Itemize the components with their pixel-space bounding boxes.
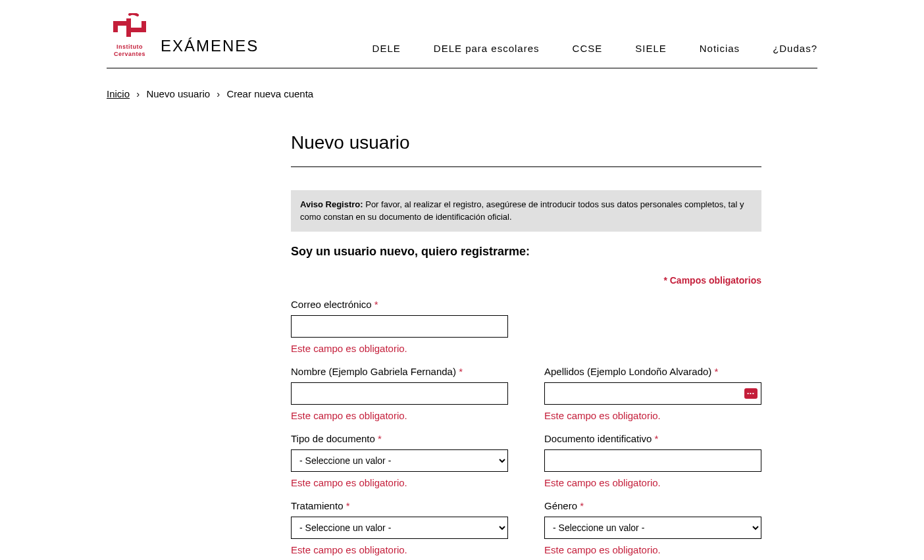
breadcrumb: Inicio › Nuevo usuario › Crear nueva cue…	[107, 68, 817, 99]
documento-id-label: Documento identificativo *	[544, 433, 761, 444]
registration-notice: Aviso Registro: Por favor, al realizar e…	[291, 190, 761, 232]
nav-siele[interactable]: SIELE	[635, 43, 667, 54]
nav-dele[interactable]: DELE	[372, 43, 401, 54]
logo-icon	[110, 13, 149, 42]
breadcrumb-nuevo-usuario: Nuevo usuario	[146, 88, 210, 99]
header: Instituto Cervantes EXÁMENES DELE DELE p…	[107, 0, 817, 68]
documento-id-field[interactable]	[544, 449, 761, 472]
nombre-error: Este campo es obligatorio.	[291, 410, 508, 421]
apellidos-label: Apellidos (Ejemplo Londoño Alvarado) *	[544, 366, 761, 377]
nav-dele-escolares[interactable]: DELE para escolares	[434, 43, 540, 54]
tipo-documento-label: Tipo de documento *	[291, 433, 508, 444]
breadcrumb-crear-cuenta: Crear nueva cuenta	[226, 88, 313, 99]
notice-label: Aviso Registro:	[300, 199, 363, 209]
svg-rect-1	[126, 18, 131, 37]
nombre-field[interactable]	[291, 382, 508, 405]
email-field[interactable]	[291, 315, 508, 338]
email-error: Este campo es obligatorio.	[291, 343, 508, 354]
logo-block: Instituto Cervantes EXÁMENES	[107, 13, 259, 58]
genero-label: Género *	[544, 500, 761, 511]
nav-noticias[interactable]: Noticias	[700, 43, 740, 54]
genero-error: Este campo es obligatorio.	[544, 544, 761, 555]
logo[interactable]: Instituto Cervantes	[107, 13, 153, 58]
notice-text: Por favor, al realizar el registro, aseg…	[300, 199, 744, 222]
breadcrumb-sep: ›	[217, 88, 220, 99]
page-title: Nuevo usuario	[291, 132, 761, 167]
main-nav: DELE DELE para escolares CCSE SIELE Noti…	[372, 43, 817, 58]
tratamiento-error: Este campo es obligatorio.	[291, 544, 508, 555]
email-label: Correo electrónico *	[291, 299, 508, 310]
logo-text: Instituto Cervantes	[114, 43, 145, 58]
svg-rect-4	[113, 21, 118, 32]
tipo-documento-select[interactable]: - Seleccione un valor -	[291, 449, 508, 472]
apellidos-error: Este campo es obligatorio.	[544, 410, 761, 421]
brand-title: EXÁMENES	[161, 37, 259, 58]
tratamiento-label: Tratamiento *	[291, 500, 508, 511]
apellidos-field[interactable]	[544, 382, 761, 405]
form-subtitle: Soy un usuario nuevo, quiero registrarme…	[291, 245, 761, 259]
nombre-label: Nombre (Ejemplo Gabriela Fernanda) *	[291, 366, 508, 377]
content: Nuevo usuario Aviso Registro: Por favor,…	[291, 99, 761, 560]
required-fields-note: * Campos obligatorios	[291, 275, 761, 286]
svg-rect-3	[141, 21, 146, 32]
tipo-documento-error: Este campo es obligatorio.	[291, 477, 508, 488]
tratamiento-select[interactable]: - Seleccione un valor -	[291, 517, 508, 539]
nav-dudas[interactable]: ¿Dudas?	[773, 43, 817, 54]
genero-select[interactable]: - Seleccione un valor -	[544, 517, 761, 539]
nav-ccse[interactable]: CCSE	[573, 43, 603, 54]
password-manager-icon[interactable]: •••	[744, 388, 757, 399]
breadcrumb-sep: ›	[136, 88, 140, 99]
documento-id-error: Este campo es obligatorio.	[544, 477, 761, 488]
breadcrumb-inicio[interactable]: Inicio	[107, 88, 130, 99]
